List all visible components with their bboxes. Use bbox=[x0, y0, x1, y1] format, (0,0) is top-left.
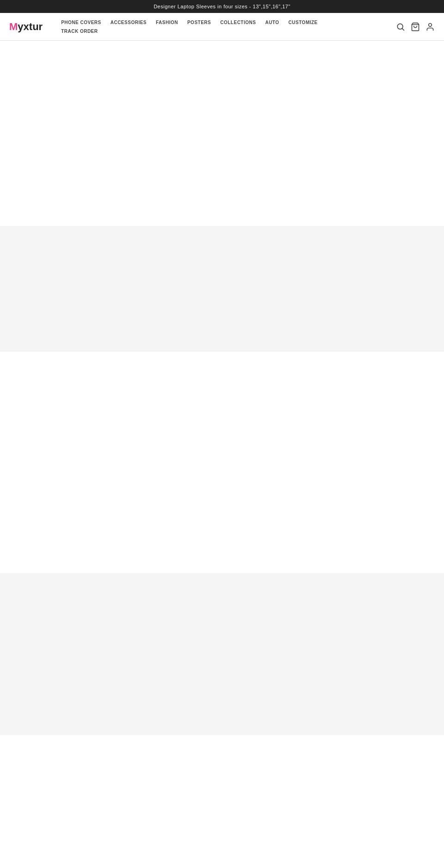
nav-item-track-order[interactable]: TRACK ORDER bbox=[56, 27, 102, 36]
logo[interactable]: Μyxtur bbox=[9, 21, 43, 33]
nav-row-1: PHONE COVERS ACCESSORIES FASHION POSTERS… bbox=[56, 18, 322, 27]
nav-wrapper: PHONE COVERS ACCESSORIES FASHION POSTERS… bbox=[56, 18, 322, 36]
hero-section bbox=[0, 41, 444, 226]
svg-point-3 bbox=[429, 23, 432, 26]
nav-item-phone-covers[interactable]: PHONE COVERS bbox=[56, 18, 106, 27]
nav-item-customize[interactable]: CUSTOMIZE bbox=[284, 18, 322, 27]
nav-item-posters[interactable]: POSTERS bbox=[183, 18, 216, 27]
announcement-text: Designer Laptop Sleeves in four sizes - … bbox=[154, 4, 290, 9]
logo-suffix: yxtur bbox=[18, 21, 43, 32]
nav-item-auto[interactable]: AUTO bbox=[260, 18, 284, 27]
svg-line-1 bbox=[402, 28, 404, 30]
gray-section-1 bbox=[0, 226, 444, 351]
nav-item-collections[interactable]: COLLECTIONS bbox=[216, 18, 260, 27]
announcement-bar: Designer Laptop Sleeves in four sizes - … bbox=[0, 0, 444, 13]
white-section-1 bbox=[0, 351, 444, 573]
gray-section-2 bbox=[0, 573, 444, 735]
logo-prefix: Μ bbox=[9, 21, 18, 32]
nav-item-fashion[interactable]: FASHION bbox=[151, 18, 183, 27]
cart-icon[interactable] bbox=[411, 22, 420, 31]
header: Μyxtur PHONE COVERS ACCESSORIES FASHION … bbox=[0, 13, 444, 41]
nav-row-2: TRACK ORDER bbox=[56, 27, 322, 36]
header-icons bbox=[396, 22, 435, 31]
nav-item-accessories[interactable]: ACCESSORIES bbox=[106, 18, 151, 27]
logo-text: Μyxtur bbox=[9, 21, 43, 33]
search-icon[interactable] bbox=[396, 22, 405, 31]
svg-point-0 bbox=[397, 24, 403, 29]
user-icon[interactable] bbox=[426, 22, 435, 31]
